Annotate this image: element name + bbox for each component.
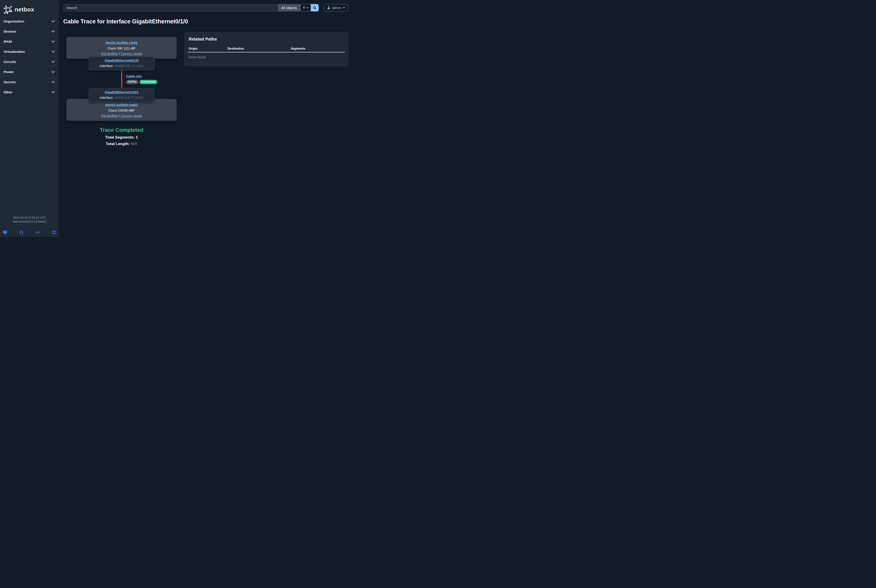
rest-api-link[interactable]: {}: [19, 230, 23, 234]
user-menu-button[interactable]: admin: [324, 4, 348, 12]
sidebar-footer: 2021-04-26 07:53:22 UTC foda-se.local (v…: [0, 216, 59, 237]
chevron-down-icon: [51, 81, 55, 83]
sidebar: netbox Organization Devices IPAM Virtual…: [0, 0, 59, 237]
cable-type-badge: CAT5e: [126, 80, 138, 84]
sidebar-item-secrets[interactable]: Secrets: [0, 77, 59, 87]
user-icon: [327, 6, 331, 9]
interface-card-near: GigabitEthernet0/1/0 Interface 1000BASE-…: [89, 57, 155, 70]
chevron-down-icon: [51, 51, 55, 52]
caret-down-icon: [343, 7, 345, 9]
location-link[interactable]: Comms closet: [121, 114, 142, 118]
table-row: None found: [188, 52, 345, 62]
home-link[interactable]: netbox: [0, 0, 59, 16]
device-card-far: dmi01-buffalo-sw01 Cisco C9200-48P DM-Bu…: [66, 99, 177, 121]
related-paths-table: Origin Destination Segments None found: [188, 47, 345, 62]
interface-link[interactable]: GigabitEthernet1/0/1: [105, 90, 139, 94]
cable-trace-diagram: dmi01-buffalo-rtr01 Cisco ISR 1111-8P DM…: [63, 32, 180, 146]
code-icon: <>: [36, 230, 40, 234]
search-input[interactable]: [63, 4, 278, 12]
footer-links: {} <>: [0, 230, 59, 234]
chevron-down-icon: [51, 61, 55, 63]
separator: /: [119, 52, 120, 56]
column-header-origin: Origin: [188, 47, 227, 52]
chevron-down-icon: [51, 20, 55, 22]
total-length-value: N/A: [131, 142, 137, 146]
object-type-button[interactable]: All Objects: [278, 4, 300, 12]
chevron-down-icon: [51, 40, 55, 42]
sidebar-item-other[interactable]: Other: [0, 87, 59, 97]
search-bar: All Objects: [63, 4, 319, 12]
site-link[interactable]: DM-Buffalo: [101, 114, 118, 118]
sidebar-item-ipam[interactable]: IPAM: [0, 36, 59, 46]
caret-down-icon: [307, 7, 309, 9]
main-content: All Objects: [59, 0, 350, 237]
server-host-version: foda-se.local (v2.12-beta1): [0, 220, 59, 224]
sidebar-item-devices[interactable]: Devices: [0, 26, 59, 36]
sidebar-nav: Organization Devices IPAM Virtualization…: [0, 16, 59, 97]
cable-status-badge: Connected: [140, 80, 157, 84]
netbox-logo-icon: [3, 5, 13, 14]
docs-link[interactable]: [3, 231, 7, 234]
interface-type: Interface 1000BASE-T (1GE): [89, 96, 155, 99]
brand-wordmark: netbox: [15, 6, 34, 13]
lifebuoy-icon: [52, 230, 56, 234]
book-icon: [3, 231, 7, 234]
sidebar-item-power[interactable]: Power: [0, 67, 59, 77]
location-link[interactable]: Comms closet: [121, 52, 142, 56]
cable-badges: CAT5e Connected: [126, 80, 157, 84]
device-link[interactable]: dmi01-buffalo-rtr01: [105, 41, 137, 45]
device-card-near: dmi01-buffalo-rtr01 Cisco ISR 1111-8P DM…: [66, 37, 177, 59]
user-name: admin: [332, 6, 341, 10]
topbar: All Objects: [59, 0, 350, 12]
separator: /: [119, 114, 120, 118]
empty-state: None found: [188, 52, 345, 62]
sidebar-item-virtualization[interactable]: Virtualization: [0, 46, 59, 57]
interface-link[interactable]: GigabitEthernet0/1/0: [105, 58, 139, 62]
cable-segment: Cable #41 CAT5e Connected: [63, 70, 180, 88]
page-title: Cable Trace for Interface GigabitEtherne…: [63, 18, 346, 25]
braces-icon: {}: [19, 230, 23, 234]
cable-line: [121, 69, 122, 90]
sidebar-item-organization[interactable]: Organization: [0, 16, 59, 26]
chevron-down-icon: [51, 30, 55, 32]
filter-button[interactable]: [300, 4, 311, 12]
content-row: dmi01-buffalo-rtr01 Cisco ISR 1111-8P DM…: [59, 28, 350, 146]
total-length: Total Length: N/A: [63, 142, 180, 146]
server-time: 2021-04-26 07:53:22 UTC: [0, 216, 59, 220]
interface-type: Interface 1000BASE-T (1GE): [89, 64, 155, 68]
device-link[interactable]: dmi01-buffalo-sw01: [105, 103, 138, 106]
trace-completed-message: Trace Completed: [63, 127, 180, 133]
related-paths-panel: Related Paths Origin Destination Segment…: [184, 32, 349, 66]
device-location: DM-Buffalo / Comms closet: [66, 114, 177, 118]
filter-icon: [302, 7, 305, 9]
cable-link[interactable]: Cable #41: [126, 74, 142, 78]
chevron-down-icon: [51, 71, 55, 73]
search-icon: [313, 6, 317, 9]
cable-label: Cable #41 CAT5e Connected: [126, 74, 157, 84]
sidebar-item-circuits[interactable]: Circuits: [0, 57, 59, 67]
device-model: Cisco ISR 1111-8P: [66, 46, 177, 50]
column-header-segments: Segments: [290, 47, 345, 52]
total-segments-value: 1: [136, 135, 138, 140]
site-link[interactable]: DM-Buffalo: [101, 52, 118, 56]
trace-status: Trace Completed Total Segments: 1 Total …: [63, 127, 180, 146]
device-location: DM-Buffalo / Comms closet: [66, 52, 177, 56]
column-header-destination: Destination: [227, 47, 290, 52]
community-link[interactable]: [52, 230, 56, 234]
interface-card-far: GigabitEthernet1/0/1 Interface 1000BASE-…: [89, 88, 155, 102]
total-segments: Total Segments: 1: [63, 135, 180, 140]
source-code-link[interactable]: <>: [36, 230, 40, 234]
search-button[interactable]: [311, 4, 319, 12]
device-model: Cisco C9200-48P: [66, 108, 177, 112]
related-paths-title: Related Paths: [189, 37, 345, 42]
chevron-down-icon: [51, 91, 55, 93]
